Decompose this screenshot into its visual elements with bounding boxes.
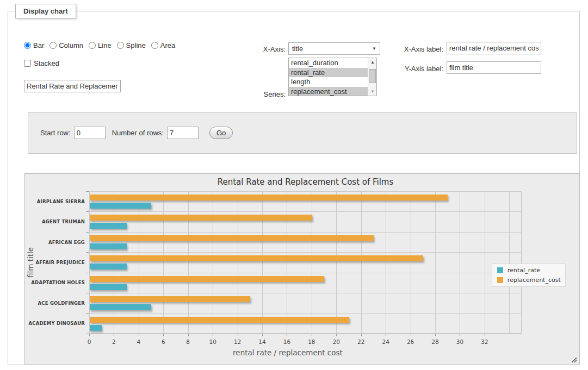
bar-rental_rate (90, 325, 102, 331)
bar-replacement_cost (90, 215, 312, 221)
gridline (89, 211, 522, 212)
bar-rental_rate (90, 223, 127, 229)
chart-type-radio-column[interactable] (49, 42, 57, 49)
legend-swatch (497, 277, 504, 284)
page: BarColumnLineSplineArea Stacked X-Axis: … (0, 0, 588, 370)
number-of-rows-label: Number of rows: (112, 129, 164, 137)
gridline (485, 191, 485, 334)
x-tick-label: 8 (180, 338, 196, 345)
stacked-checkbox-row[interactable]: Stacked (24, 59, 59, 67)
series-option-rental_duration[interactable]: rental_duration (289, 58, 368, 68)
x-tick-label: 16 (278, 338, 295, 345)
gridline (89, 191, 90, 334)
x-tick-label: 20 (328, 338, 344, 345)
legend-item-replacement_cost[interactable]: replacement_cost (497, 277, 561, 284)
scrollbar-thumb[interactable] (369, 69, 376, 83)
y-axis-label-input[interactable] (447, 61, 541, 74)
display-chart-fieldset: BarColumnLineSplineArea Stacked X-Axis: … (8, 11, 580, 365)
x-tick-label: 6 (155, 338, 171, 345)
x-tick-label: 18 (304, 338, 320, 345)
gridline (460, 191, 460, 334)
chart-type-label: Column (59, 41, 83, 49)
gridline (361, 191, 362, 334)
gridline (213, 191, 213, 334)
number-of-rows-input[interactable] (167, 127, 199, 139)
x-axis-title: rental rate / replacement cost (89, 348, 486, 357)
gridline (386, 191, 386, 334)
gridline (89, 232, 522, 233)
start-row-label: Start row: (40, 129, 71, 137)
gridline (89, 252, 522, 253)
x-axis-label-input[interactable] (447, 42, 541, 54)
series-option-replacement_cost[interactable]: replacement_cost (289, 87, 368, 97)
bar-replacement_cost (90, 276, 324, 282)
chart-legend: rental_ratereplacement_cost (492, 264, 566, 287)
category-tick (86, 273, 89, 273)
chart-type-radio-line[interactable] (89, 42, 96, 49)
x-tick-label: 24 (377, 338, 394, 345)
bar-rental_rate (90, 264, 127, 269)
gridline (139, 191, 139, 334)
chart-type-radio-bar[interactable] (24, 42, 31, 49)
x-tick-label: 10 (205, 338, 221, 345)
chart-type-label: Line (98, 41, 112, 49)
stacked-checkbox[interactable] (24, 60, 31, 67)
y-axis-title: film title (26, 235, 35, 290)
bar-rental_rate (90, 304, 151, 310)
chart-type-option-column[interactable]: Column (49, 41, 83, 49)
stacked-label: Stacked (34, 59, 59, 67)
chart-type-radio-area[interactable] (151, 42, 158, 49)
resize-handle[interactable] (571, 356, 577, 362)
go-button[interactable]: Go (209, 127, 233, 139)
series-option-rental_rate[interactable]: rental_rate (289, 68, 368, 78)
category-tick (86, 191, 89, 192)
category-label: AIRPLANE SIERRA (25, 199, 85, 204)
series-option-length[interactable]: length (289, 77, 368, 87)
series-listbox[interactable]: rental_durationrental_ratelengthreplacem… (288, 58, 377, 96)
bar-rental_rate (90, 203, 151, 209)
x-tick-label: 4 (131, 338, 147, 345)
category-tick (86, 313, 89, 314)
chart-title: Rental Rate and Replacement Cost of Film… (89, 177, 522, 187)
x-tick-label: 2 (106, 338, 122, 345)
chart-type-option-bar[interactable]: Bar (24, 41, 44, 49)
chart-type-option-line[interactable]: Line (89, 41, 112, 49)
category-tick (86, 232, 89, 233)
chart-type-radio-spline[interactable] (117, 42, 124, 49)
start-row-input[interactable] (74, 127, 106, 139)
bar-replacement_cost (90, 235, 374, 241)
gridline (89, 293, 522, 293)
gridline (262, 191, 263, 334)
gridline (114, 191, 114, 334)
chart-type-option-area[interactable]: Area (151, 41, 175, 49)
legend-swatch (497, 267, 504, 274)
chart-container: Rental Rate and Replacement Cost of Film… (24, 173, 579, 365)
x-tick-label: 22 (353, 338, 369, 345)
chart-title-input[interactable] (24, 80, 121, 92)
gridline (89, 334, 522, 334)
rows-control-panel: Start row: Number of rows: Go (28, 112, 577, 154)
gridline (287, 191, 287, 334)
gridline (509, 191, 510, 334)
bar-replacement_cost (90, 255, 423, 261)
series-select-label: Series: (242, 90, 286, 98)
x-tick-label: 26 (403, 338, 419, 345)
chart-type-option-spline[interactable]: Spline (117, 41, 146, 49)
bar-replacement_cost (90, 317, 349, 323)
gridline (89, 313, 522, 314)
listbox-scrollbar[interactable]: ▲ ▼ (368, 58, 376, 96)
gridline (238, 191, 238, 334)
category-tick (86, 252, 89, 253)
chevron-down-icon: ▼ (372, 46, 376, 51)
y-axis-label-label: Y-Axis label: (389, 65, 443, 73)
gridline (188, 191, 189, 334)
chart-type-label: Area (160, 41, 175, 49)
legend-item-rental_rate[interactable]: rental_rate (497, 267, 561, 274)
x-tick-label: 12 (230, 338, 246, 345)
x-axis-select[interactable]: title ▼ (288, 42, 380, 55)
chart-type-label: Spline (126, 41, 146, 49)
scroll-up-icon[interactable]: ▲ (368, 58, 377, 66)
scroll-down-icon[interactable]: ▼ (368, 87, 377, 96)
bar-rental_rate (90, 284, 127, 290)
x-axis-select-value: title (292, 45, 303, 53)
